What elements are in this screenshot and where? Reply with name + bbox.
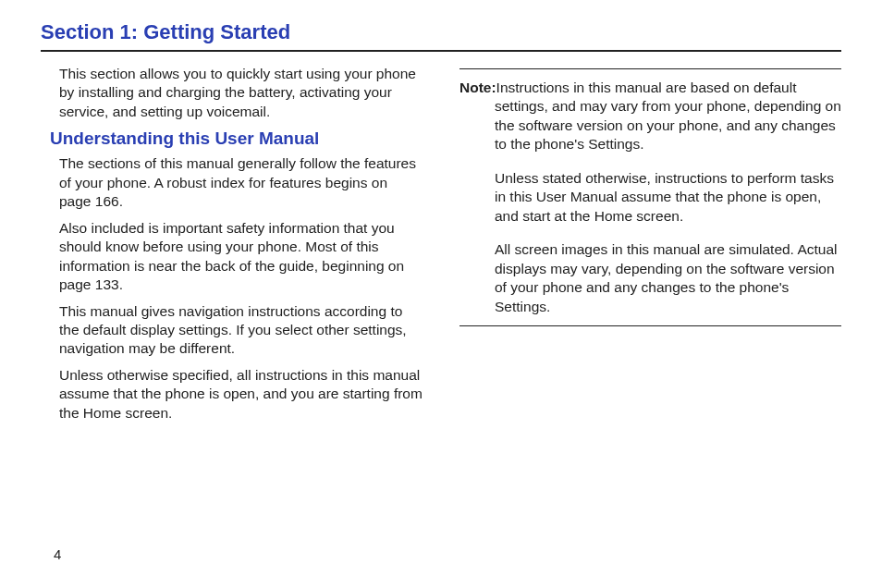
- note-paragraph: Note:Instructions in this manual are bas…: [459, 79, 841, 154]
- body-paragraph: Also included is important safety inform…: [41, 219, 423, 295]
- body-paragraph: The sections of this manual generally fo…: [41, 154, 423, 211]
- note-text: Instructions in this manual are based on…: [495, 80, 841, 152]
- note-paragraph: All screen images in this manual are sim…: [459, 240, 841, 316]
- note-block: Note:Instructions in this manual are bas…: [459, 68, 841, 326]
- body-paragraph: Unless otherwise specified, all instruct…: [41, 366, 423, 423]
- section-title: Section 1: Getting Started: [41, 20, 841, 44]
- document-page: Section 1: Getting Started This section …: [0, 0, 882, 430]
- two-column-layout: This section allows you to quickly start…: [41, 65, 841, 430]
- body-paragraph: This manual gives navigation instruction…: [41, 302, 423, 359]
- right-column: Note:Instructions in this manual are bas…: [459, 65, 841, 430]
- sub-heading: Understanding this User Manual: [41, 129, 423, 149]
- note-label: Note:: [459, 80, 496, 95]
- page-number: 4: [54, 546, 61, 562]
- section-rule: [41, 50, 841, 52]
- left-column: This section allows you to quickly start…: [41, 65, 423, 430]
- intro-paragraph: This section allows you to quickly start…: [41, 65, 423, 121]
- note-paragraph: Unless stated otherwise, instructions to…: [459, 169, 841, 226]
